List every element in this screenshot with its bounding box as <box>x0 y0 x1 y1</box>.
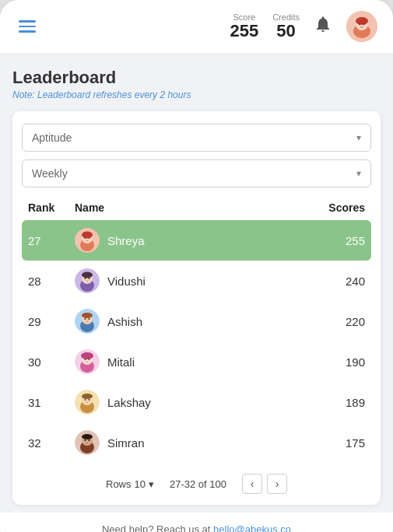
row-name-cell: Lakshay <box>75 390 303 415</box>
notification-bell-icon[interactable] <box>314 15 332 38</box>
svg-point-28 <box>85 359 86 360</box>
row-avatar <box>75 430 100 455</box>
hamburger-line3 <box>19 30 36 33</box>
row-avatar <box>75 309 100 334</box>
page-range: 27-32 of 100 <box>170 478 226 490</box>
aptitude-dropdown[interactable]: Aptitude ▾ <box>22 124 371 152</box>
hamburger-line1 <box>19 20 36 23</box>
row-avatar <box>75 390 100 415</box>
svg-point-33 <box>82 394 93 399</box>
row-score: 175 <box>303 436 365 450</box>
row-score: 240 <box>303 275 365 288</box>
prev-page-button[interactable]: ‹ <box>242 474 262 494</box>
table-row[interactable]: 29 Ashish 220 <box>22 301 371 341</box>
row-name-cell: Mitali <box>75 349 303 374</box>
table-row[interactable]: 28 Vidushi 240 <box>22 261 371 301</box>
row-score: 255 <box>303 234 365 247</box>
user-avatar[interactable] <box>346 11 377 42</box>
row-rank: 31 <box>28 396 75 409</box>
main-content: Leaderboard Note: Leaderboard refreshes … <box>0 54 393 513</box>
row-name-cell: Ashish <box>75 309 303 334</box>
leaderboard-table: 27 Shreya 255 28 <box>22 220 371 463</box>
pagination: Rows 10 ▾ 27-32 of 100 ‹ › <box>22 463 371 505</box>
svg-point-23 <box>89 318 90 320</box>
row-avatar <box>75 349 100 374</box>
contact-email[interactable]: hello@abekus.co <box>213 523 291 532</box>
row-name: Ashish <box>107 315 142 328</box>
header-left <box>16 17 39 36</box>
svg-point-22 <box>85 318 86 320</box>
col-name: Name <box>75 201 303 214</box>
svg-point-41 <box>89 439 90 441</box>
svg-point-34 <box>85 399 86 401</box>
aptitude-dropdown-value: Aptitude <box>32 131 72 144</box>
row-name: Simran <box>107 436 145 450</box>
svg-point-5 <box>363 23 365 25</box>
row-name: Mitali <box>107 355 135 369</box>
rows-per-page-selector[interactable]: Rows 10 ▾ <box>106 478 154 490</box>
table-row[interactable]: 30 Mitali 190 <box>22 341 371 382</box>
svg-point-39 <box>82 434 93 439</box>
weekly-dropdown[interactable]: Weekly ▾ <box>22 159 371 187</box>
leaderboard-note: Note: Leaderboard refreshes every 2 hour… <box>12 89 381 100</box>
hamburger-line2 <box>19 26 36 28</box>
table-row[interactable]: 31 Lakshay 189 <box>22 382 371 422</box>
row-rank: 32 <box>28 436 75 450</box>
svg-point-35 <box>89 399 90 401</box>
help-text: Need help? Reach us at <box>102 523 213 532</box>
svg-point-21 <box>82 313 93 318</box>
row-score: 220 <box>303 315 365 328</box>
weekly-dropdown-value: Weekly <box>32 167 68 180</box>
row-avatar <box>75 268 100 293</box>
svg-point-9 <box>82 232 93 239</box>
row-rank: 28 <box>28 275 75 288</box>
hamburger-menu[interactable] <box>16 17 39 36</box>
svg-point-10 <box>85 237 86 239</box>
score-credits: Score 255 Credits 50 <box>230 12 300 40</box>
svg-point-4 <box>359 23 360 25</box>
aptitude-dropdown-arrow-icon: ▾ <box>356 132 361 143</box>
table-header: Rank Name Scores <box>22 195 371 220</box>
svg-point-29 <box>89 359 90 360</box>
row-name: Lakshay <box>107 396 151 409</box>
row-name: Vidushi <box>107 275 146 288</box>
row-name-cell: Vidushi <box>75 268 303 293</box>
table-row[interactable]: 27 Shreya 255 <box>22 220 371 261</box>
row-rank: 30 <box>28 355 75 369</box>
svg-point-17 <box>89 278 90 279</box>
svg-point-3 <box>356 17 368 25</box>
svg-point-16 <box>85 278 86 279</box>
weekly-dropdown-arrow-icon: ▾ <box>356 168 361 179</box>
col-scores: Scores <box>303 201 365 214</box>
next-page-button[interactable]: › <box>267 474 287 494</box>
header-right: Score 255 Credits 50 <box>230 11 377 42</box>
svg-point-27 <box>81 352 93 359</box>
svg-point-11 <box>89 237 90 239</box>
rows-label: Rows <box>106 478 132 490</box>
row-name-cell: Simran <box>75 430 303 455</box>
page-navigation: ‹ › <box>242 474 287 494</box>
rows-arrow-icon: ▾ <box>149 478 154 490</box>
row-score: 189 <box>303 396 365 409</box>
svg-point-15 <box>82 272 93 278</box>
footer: Need help? Reach us at hello@abekus.co <box>0 513 393 532</box>
score-value: 255 <box>230 22 258 40</box>
svg-point-40 <box>85 439 86 441</box>
score-block: Score 255 <box>230 12 258 40</box>
row-rank: 29 <box>28 315 75 328</box>
rows-count: 10 <box>135 478 146 490</box>
table-row[interactable]: 32 Simran 175 <box>22 422 371 463</box>
credits-value: 50 <box>276 22 295 40</box>
col-rank: Rank <box>28 201 75 214</box>
row-score: 190 <box>303 355 365 369</box>
leaderboard-title: Leaderboard <box>12 68 381 88</box>
row-avatar <box>75 228 100 253</box>
app-frame: Score 255 Credits 50 <box>0 0 393 532</box>
row-rank: 27 <box>28 234 75 247</box>
leaderboard-card: Aptitude ▾ Weekly ▾ Rank Name Scores 27 <box>12 111 381 505</box>
row-name: Shreya <box>107 234 145 247</box>
header: Score 255 Credits 50 <box>0 0 393 54</box>
credits-block: Credits 50 <box>272 12 300 40</box>
row-name-cell: Shreya <box>75 228 303 253</box>
